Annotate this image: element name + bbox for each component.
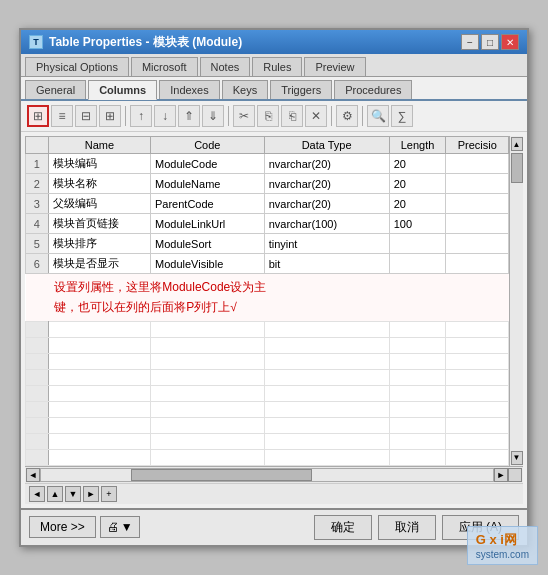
- horizontal-scrollbar[interactable]: ◄ ►: [25, 466, 523, 483]
- nav-prev-button[interactable]: ▲: [47, 486, 63, 502]
- row-4-datatype[interactable]: nvarchar(100): [264, 214, 389, 234]
- watermark: G x i网 system.com: [467, 526, 538, 565]
- title-controls[interactable]: − □ ✕: [461, 34, 519, 50]
- table-row[interactable]: 3 父级编码 ParentCode nvarchar(20) 20: [26, 194, 509, 214]
- nav-last-button[interactable]: ►: [83, 486, 99, 502]
- paste-icon[interactable]: ⎗: [281, 105, 303, 127]
- up2-icon[interactable]: ⇑: [178, 105, 200, 127]
- tab-row-2: General Columns Indexes Keys Triggers Pr…: [21, 77, 527, 101]
- print-button[interactable]: 🖨 ▼: [100, 516, 140, 538]
- tab-indexes[interactable]: Indexes: [159, 80, 220, 99]
- row-1-datatype[interactable]: nvarchar(20): [264, 154, 389, 174]
- row-4-length[interactable]: 100: [389, 214, 446, 234]
- hscroll-left-button[interactable]: ◄: [26, 468, 40, 482]
- confirm-button[interactable]: 确定: [314, 515, 372, 540]
- row-5-datatype[interactable]: tinyint: [264, 234, 389, 254]
- remove-col-icon[interactable]: ⊟: [75, 105, 97, 127]
- delete-icon[interactable]: ✕: [305, 105, 327, 127]
- note-line1: 设置列属性，这里将ModuleCode设为主: [54, 280, 266, 294]
- copy-icon[interactable]: ⎘: [257, 105, 279, 127]
- row-1-precision[interactable]: [446, 154, 509, 174]
- row-1-length[interactable]: 20: [389, 154, 446, 174]
- table-row[interactable]: 2 模块名称 ModuleName nvarchar(20) 20: [26, 174, 509, 194]
- tab-keys[interactable]: Keys: [222, 80, 268, 99]
- tab-columns[interactable]: Columns: [88, 80, 157, 100]
- row-6-code[interactable]: ModuleVisible: [151, 254, 265, 274]
- row-4-precision[interactable]: [446, 214, 509, 234]
- table-row[interactable]: 6 模块是否显示 ModuleVisible bit: [26, 254, 509, 274]
- minimize-button[interactable]: −: [461, 34, 479, 50]
- tab-physical-options[interactable]: Physical Options: [25, 57, 129, 76]
- vertical-scrollbar[interactable]: ▲ ▼: [509, 136, 523, 465]
- row-2-length[interactable]: 20: [389, 174, 446, 194]
- tab-microsoft[interactable]: Microsoft: [131, 57, 198, 76]
- row-6-precision[interactable]: [446, 254, 509, 274]
- more-button[interactable]: More >>: [29, 516, 96, 538]
- row-6-name[interactable]: 模块是否显示: [48, 254, 150, 274]
- tab-preview[interactable]: Preview: [304, 57, 365, 76]
- table-row: [26, 353, 509, 369]
- row-6-length[interactable]: [389, 254, 446, 274]
- close-button[interactable]: ✕: [501, 34, 519, 50]
- list-icon[interactable]: ≡: [51, 105, 73, 127]
- row-2-precision[interactable]: [446, 174, 509, 194]
- cut-icon[interactable]: ✂: [233, 105, 255, 127]
- props-icon[interactable]: ⚙: [336, 105, 358, 127]
- row-6-datatype[interactable]: bit: [264, 254, 389, 274]
- note-line2: 键，也可以在列的后面将P列打上√: [54, 300, 237, 314]
- footer: More >> 🖨 ▼ 确定 取消 应用 (A): [21, 508, 527, 545]
- col-name-header: Name: [48, 137, 150, 154]
- row-2-datatype[interactable]: nvarchar(20): [264, 174, 389, 194]
- row-5-code[interactable]: ModuleSort: [151, 234, 265, 254]
- restore-button[interactable]: □: [481, 34, 499, 50]
- tab-triggers[interactable]: Triggers: [270, 80, 332, 99]
- row-1-code[interactable]: ModuleCode: [151, 154, 265, 174]
- tab-rules[interactable]: Rules: [252, 57, 302, 76]
- nav-first-button[interactable]: ◄: [29, 486, 45, 502]
- calc-icon[interactable]: ∑: [391, 105, 413, 127]
- tab-general[interactable]: General: [25, 80, 86, 99]
- row-3-datatype[interactable]: nvarchar(20): [264, 194, 389, 214]
- filter-icon[interactable]: 🔍: [367, 105, 389, 127]
- scroll-track-v: [511, 151, 523, 450]
- scroll-thumb-v[interactable]: [511, 153, 523, 183]
- row-4-code[interactable]: ModuleLinkUrl: [151, 214, 265, 234]
- table-row: [26, 385, 509, 401]
- nav-add-button[interactable]: +: [101, 486, 117, 502]
- row-2-code[interactable]: ModuleName: [151, 174, 265, 194]
- row-3-code[interactable]: ParentCode: [151, 194, 265, 214]
- table-row: [26, 369, 509, 385]
- scroll-up-button[interactable]: ▲: [511, 137, 523, 151]
- row-2-name[interactable]: 模块名称: [48, 174, 150, 194]
- footer-left: More >> 🖨 ▼: [29, 516, 140, 538]
- col-code-header: Code: [151, 137, 265, 154]
- tab-notes[interactable]: Notes: [200, 57, 251, 76]
- columns-icon[interactable]: ⊞: [27, 105, 49, 127]
- table-row: [26, 417, 509, 433]
- print-icon: 🖨: [107, 520, 119, 534]
- down-icon[interactable]: ↓: [154, 105, 176, 127]
- add-col-icon[interactable]: ⊞: [99, 105, 121, 127]
- row-5-precision[interactable]: [446, 234, 509, 254]
- table-row[interactable]: 1 模块编码 ModuleCode nvarchar(20) 20: [26, 154, 509, 174]
- note-row: 设置列属性，这里将ModuleCode设为主 键，也可以在列的后面将P列打上√: [26, 274, 509, 321]
- up-icon[interactable]: ↑: [130, 105, 152, 127]
- table-row: [26, 401, 509, 417]
- down2-icon[interactable]: ⇓: [202, 105, 224, 127]
- table-row[interactable]: 5 模块排序 ModuleSort tinyint: [26, 234, 509, 254]
- toolbar: ⊞ ≡ ⊟ ⊞ ↑ ↓ ⇑ ⇓ ✂ ⎘ ⎗ ✕ ⚙ 🔍 ∑: [21, 101, 527, 132]
- row-5-length[interactable]: [389, 234, 446, 254]
- row-1-name[interactable]: 模块编码: [48, 154, 150, 174]
- row-3-precision[interactable]: [446, 194, 509, 214]
- scroll-down-button[interactable]: ▼: [511, 451, 523, 465]
- hscroll-thumb[interactable]: [131, 469, 312, 481]
- nav-next-button[interactable]: ▼: [65, 486, 81, 502]
- row-5-name[interactable]: 模块排序: [48, 234, 150, 254]
- cancel-button[interactable]: 取消: [378, 515, 436, 540]
- hscroll-right-button[interactable]: ►: [494, 468, 508, 482]
- row-4-name[interactable]: 模块首页链接: [48, 214, 150, 234]
- tab-procedures[interactable]: Procedures: [334, 80, 412, 99]
- row-3-length[interactable]: 20: [389, 194, 446, 214]
- table-row[interactable]: 4 模块首页链接 ModuleLinkUrl nvarchar(100) 100: [26, 214, 509, 234]
- row-3-name[interactable]: 父级编码: [48, 194, 150, 214]
